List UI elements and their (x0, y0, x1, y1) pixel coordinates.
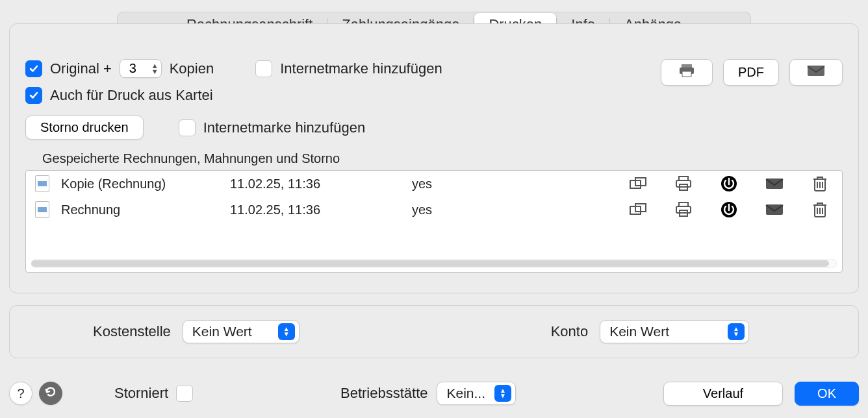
internetmarke-label-2: Internetmarke hinzufügen (203, 119, 366, 136)
internetmarke-checkbox-2[interactable] (179, 119, 196, 136)
original-label: Original + (50, 60, 112, 77)
printer-icon (678, 66, 695, 80)
open-window-icon[interactable] (629, 201, 647, 219)
reload-button[interactable] (39, 382, 62, 405)
storniert-checkbox[interactable] (176, 385, 193, 402)
stepper-down-icon[interactable]: ▼ (151, 69, 159, 75)
konto-select[interactable]: Kein Wert ▲▼ (600, 320, 749, 343)
betriebsstaette-label: Betriebsstätte (340, 385, 428, 402)
auch-druck-label: Auch für Druck aus Kartei (50, 87, 213, 104)
bottom-bar: ? Storniert Betriebsstätte Kein... ▲▼ Ve… (3, 375, 865, 412)
kopien-label: Kopien (170, 60, 214, 77)
konto-label: Konto (551, 323, 589, 340)
trash-icon[interactable] (811, 201, 829, 219)
select-handle-icon: ▲▼ (278, 323, 295, 340)
reload-icon (44, 386, 57, 402)
envelope-icon (807, 65, 825, 79)
pdf-button[interactable]: PDF (723, 59, 779, 86)
row-date: 11.02.25, 11:36 (230, 177, 405, 191)
betriebsstaette-value: Kein... (446, 386, 485, 401)
konto-value: Kein Wert (609, 324, 669, 339)
kostenstelle-select[interactable]: Kein Wert ▲▼ (183, 320, 300, 343)
svg-rect-10 (766, 178, 783, 189)
open-window-icon[interactable] (629, 175, 647, 193)
table-row[interactable]: Rechnung 11.02.25, 11:36 yes (26, 197, 842, 223)
svg-rect-3 (808, 66, 824, 76)
document-icon (35, 175, 55, 192)
power-icon[interactable] (720, 201, 738, 219)
auch-druck-checkbox[interactable] (25, 87, 42, 104)
horizontal-scrollbar[interactable] (31, 259, 837, 268)
scrollbar-thumb[interactable] (31, 260, 829, 267)
kostenstelle-label: Kostenstelle (93, 323, 171, 340)
saved-invoices-group-label: Gespeicherte Rechnungen, Mahnungen und S… (42, 151, 843, 166)
row-envelope-icon[interactable] (765, 175, 784, 193)
help-icon: ? (17, 386, 24, 401)
row-printer-icon[interactable] (674, 201, 693, 219)
ok-button[interactable]: OK (795, 382, 859, 406)
storniert-label: Storniert (114, 385, 168, 402)
table-row[interactable]: Kopie (Rechnung) 11.02.25, 11:36 yes (26, 171, 842, 197)
internetmarke-checkbox-1[interactable] (255, 60, 272, 77)
copies-input[interactable] (129, 61, 146, 76)
svg-rect-18 (766, 204, 783, 215)
select-handle-icon: ▲▼ (494, 385, 511, 402)
original-checkbox[interactable] (25, 60, 42, 77)
verlauf-button[interactable]: Verlauf (663, 382, 783, 406)
document-icon (35, 201, 55, 218)
row-envelope-icon[interactable] (765, 201, 784, 219)
row-name: Kopie (Rechnung) (61, 177, 223, 191)
row-flag: yes (412, 203, 574, 217)
internetmarke-label-1: Internetmarke hinzufügen (280, 60, 442, 77)
select-handle-icon: ▲▼ (728, 323, 745, 340)
trash-icon[interactable] (811, 175, 829, 193)
accounting-panel: Kostenstelle Kein Wert ▲▼ Konto Kein Wer… (9, 305, 859, 358)
storno-drucken-button[interactable]: Storno drucken (25, 116, 144, 140)
print-button[interactable] (661, 59, 713, 86)
print-panel: Original + ▲ ▼ Kopien Internetmarke hinz… (9, 23, 859, 293)
row-flag: yes (412, 177, 574, 191)
kostenstelle-value: Kein Wert (192, 324, 252, 339)
row-name: Rechnung (61, 203, 223, 217)
help-button[interactable]: ? (9, 382, 32, 405)
saved-invoices-table: Kopie (Rechnung) 11.02.25, 11:36 yes Rec… (25, 170, 843, 273)
betriebsstaette-select[interactable]: Kein... ▲▼ (437, 382, 516, 405)
row-printer-icon[interactable] (674, 175, 693, 193)
email-button[interactable] (789, 59, 843, 86)
svg-rect-2 (682, 71, 691, 77)
row-date: 11.02.25, 11:36 (230, 203, 405, 217)
power-icon[interactable] (720, 175, 738, 193)
copies-stepper[interactable]: ▲ ▼ (120, 59, 162, 78)
